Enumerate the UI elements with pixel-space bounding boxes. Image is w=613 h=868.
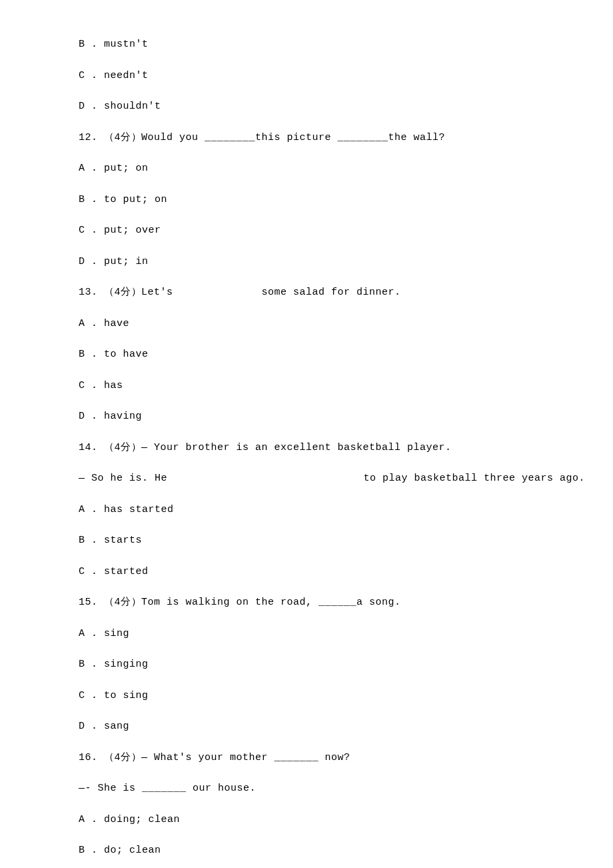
question-14: 14. （4分）— Your brother is an excellent b…	[79, 441, 540, 456]
option-c: C . started	[79, 565, 540, 580]
option-b: B . to have	[79, 347, 540, 363]
question-12: 12. （4分）Would you ________this picture _…	[79, 131, 540, 146]
option-b: B . do; clean	[79, 843, 540, 859]
option-a: A . has started	[79, 503, 540, 518]
option-c: C . put; over	[79, 223, 540, 239]
option-c: C . needn't	[79, 69, 540, 84]
question-13: 13. （4分）Let's some salad for dinner.	[79, 285, 540, 301]
question-14-cont: — So he is. He to play basketball three …	[79, 471, 540, 487]
option-b: B . singing	[79, 657, 540, 673]
option-b: B . starts	[79, 533, 540, 549]
option-b: B . mustn't	[79, 37, 540, 53]
option-a: A . sing	[79, 627, 540, 642]
option-a: A . have	[79, 317, 540, 332]
question-16: 16. （4分）— What's your mother _______ now…	[79, 751, 540, 766]
question-15: 15. （4分）Tom is walking on the road, ____…	[79, 595, 540, 611]
question-16-cont: —- She is _______ our house.	[79, 781, 540, 797]
option-c: C . to sing	[79, 689, 540, 704]
option-d: D . having	[79, 409, 540, 425]
option-d: D . put; in	[79, 255, 540, 270]
option-a: A . doing; clean	[79, 813, 540, 828]
option-c: C . has	[79, 379, 540, 394]
option-b: B . to put; on	[79, 193, 540, 208]
option-a: A . put; on	[79, 161, 540, 177]
option-d: D . shouldn't	[79, 99, 540, 115]
page-container: B . mustn't C . needn't D . shouldn't 12…	[0, 0, 613, 868]
option-d: D . sang	[79, 719, 540, 735]
